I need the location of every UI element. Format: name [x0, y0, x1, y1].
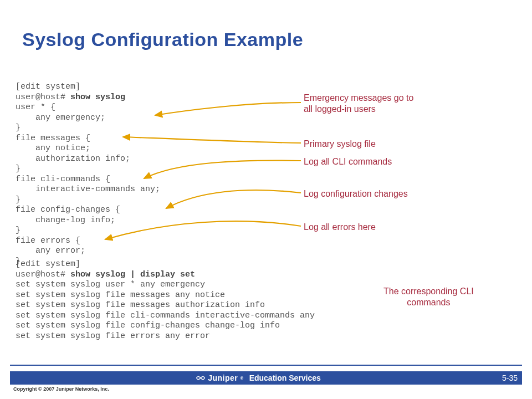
copyright-text: Copyright © 2007 Juniper Networks, Inc. — [13, 386, 109, 392]
annotation-cli: Log all CLI commands — [304, 156, 392, 167]
slide-title: Syslog Configuration Example — [22, 29, 303, 50]
code-block-set: [edit system] user@host# show syslog | d… — [16, 259, 315, 341]
registered-icon: ® — [240, 376, 243, 381]
footer-bar: Juniper® Education Services 5-35 — [10, 371, 522, 385]
annotation-commands: The corresponding CLI commands — [383, 286, 474, 308]
annotation-text: Emergency messages go to — [304, 93, 413, 103]
arrow-icon — [144, 161, 301, 178]
annotation-primary: Primary syslog file — [304, 139, 376, 150]
juniper-logo-icon — [196, 374, 206, 382]
arrow-icon — [166, 190, 301, 208]
footer-education: Education Services — [249, 374, 321, 382]
slide-root: Syslog Configuration Example [edit syste… — [0, 0, 532, 399]
annotation-config-changes: Log configuration changes — [304, 188, 408, 200]
footer-center: Juniper® Education Services — [196, 374, 321, 382]
annotation-text: commands — [407, 298, 450, 307]
annotation-text: The corresponding CLI — [383, 287, 474, 296]
code-block-config: [edit system] user@host# show syslog use… — [16, 82, 160, 267]
annotation-emergency: Emergency messages go to all logged-in u… — [304, 93, 413, 115]
annotation-errors: Log all errors here — [304, 222, 376, 233]
annotation-text: all logged-in users — [304, 104, 376, 114]
footer-page-number: 5-35 — [502, 374, 518, 382]
logo-text: Juniper — [208, 374, 238, 382]
arrow-icon — [155, 103, 301, 115]
footer-rule — [10, 365, 522, 366]
juniper-logo: Juniper® — [196, 374, 243, 382]
